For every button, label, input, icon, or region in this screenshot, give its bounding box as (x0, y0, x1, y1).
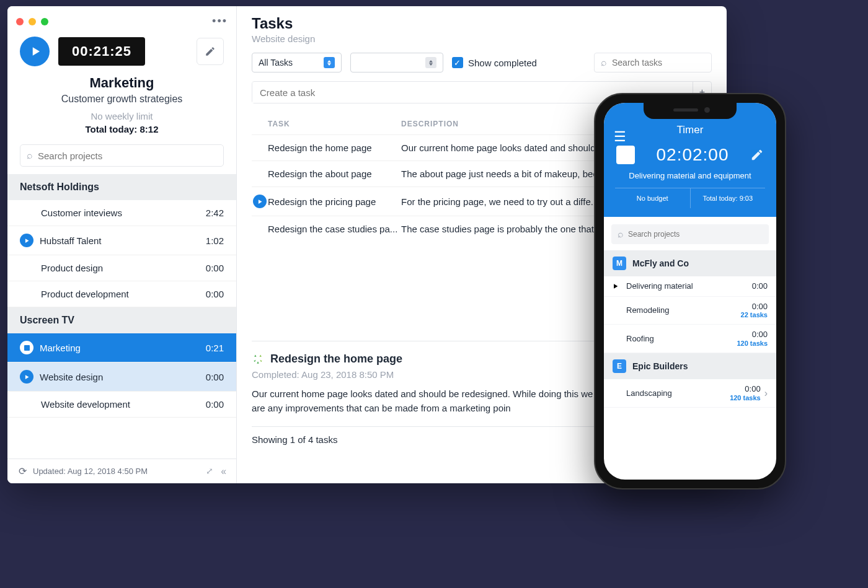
phone-title: Timer (615, 124, 765, 136)
project-time: 2:42 (206, 208, 224, 218)
show-completed-checkbox[interactable]: ✓ Show completed (452, 57, 537, 68)
search-tasks-input[interactable] (612, 58, 705, 68)
recycle-icon (252, 353, 264, 366)
dropdown-icon (324, 57, 335, 68)
project-time: 1:02 (206, 235, 224, 246)
filter-value: All Tasks (259, 58, 293, 68)
project-name: Website design (40, 372, 103, 382)
minimize-dot[interactable] (29, 18, 36, 25)
show-completed-label: Show completed (468, 58, 537, 68)
phone-search-input[interactable] (628, 230, 763, 239)
stop-icon[interactable] (20, 341, 33, 354)
tasks-subtitle: Website design (252, 33, 712, 44)
project-name: Website development (41, 399, 130, 410)
project-name: Marketing (40, 343, 81, 353)
window-controls: ••• (7, 6, 236, 32)
more-icon[interactable]: ••• (212, 15, 228, 28)
phone-project-row[interactable]: Landscaping 0:00120 tasks › (604, 379, 776, 408)
pencil-icon[interactable] (750, 148, 764, 162)
total-today: Total today: 8:12 (7, 124, 236, 134)
play-icon[interactable] (20, 370, 33, 384)
chevron-left-icon[interactable] (221, 466, 225, 477)
phone-project-row[interactable]: Delivering material 0:00 (604, 276, 776, 297)
project-time: 0:00 (206, 372, 224, 382)
project-name: Product development (41, 289, 129, 299)
search-icon (618, 229, 624, 240)
phone-project-name: Delivering material (626, 281, 752, 291)
phone-screen: ☰ Timer 02:02:00 Delivering material and… (604, 103, 776, 480)
phone-project-time: 0:00 (741, 302, 768, 312)
phone-notch (644, 103, 737, 119)
pencil-icon (205, 46, 216, 57)
tasks-title: Tasks (252, 15, 712, 32)
detail-title: Redesign the home page (270, 353, 402, 366)
updated-text: Updated: Aug 12, 2018 4:50 PM (33, 467, 148, 476)
edit-timer-button[interactable] (197, 38, 224, 65)
phone-task-count: 22 tasks (741, 311, 768, 319)
project-time: 0:00 (206, 263, 224, 273)
play-icon[interactable] (253, 195, 267, 208)
phone-stat-today: Total today: 9:03 (691, 188, 766, 208)
hamburger-icon[interactable]: ☰ (614, 129, 626, 145)
refresh-icon[interactable] (19, 465, 27, 477)
task-name: Redesign the home page (268, 143, 401, 153)
collapse-icon[interactable] (206, 466, 213, 477)
project-row[interactable]: Website design 0:00 (7, 362, 236, 392)
project-name: Product design (41, 263, 103, 273)
filter-row: All Tasks ✓ Show completed (252, 53, 712, 72)
weekly-limit: No weekly limit (7, 111, 236, 121)
phone-project-name: Roofing (626, 334, 737, 343)
checkbox-icon: ✓ (452, 57, 463, 68)
play-button[interactable] (20, 37, 50, 66)
phone-current-task: Delivering material and equipment (615, 171, 765, 180)
project-row[interactable]: Customer inteviews 2:42 (7, 200, 236, 226)
search-icon (601, 57, 607, 68)
project-row[interactable]: Product development 0:00 (7, 281, 236, 307)
project-time: 0:00 (206, 289, 224, 299)
phone-stat-budget: No budget (615, 188, 691, 208)
filter-tasks-select[interactable]: All Tasks (252, 53, 342, 72)
phone-stop-button[interactable] (616, 146, 635, 164)
project-title: Marketing (7, 75, 236, 91)
phone-project-time: 0:00 (730, 384, 761, 394)
phone-project-row[interactable]: Remodeling 0:0022 tasks (604, 297, 776, 325)
search-projects-input[interactable] (38, 151, 217, 161)
col-task-header: TASK (268, 120, 401, 128)
phone-search-projects[interactable] (611, 224, 769, 244)
project-row[interactable]: Product design 0:00 (7, 255, 236, 281)
phone-task-count: 120 tasks (730, 394, 761, 402)
project-name: Customer inteviews (41, 208, 122, 218)
search-tasks[interactable] (594, 53, 712, 72)
sidebar-footer: Updated: Aug 12, 2018 4:50 PM (7, 459, 236, 483)
phone-device: ☰ Timer 02:02:00 Delivering material and… (594, 93, 786, 489)
phone-project-time: 0:00 (752, 281, 768, 291)
project-name: Hubstaff Talent (40, 235, 102, 246)
chevron-right-icon: › (764, 388, 768, 399)
filter-secondary-select[interactable] (350, 53, 443, 72)
phone-stats: No budget Total today: 9:03 (615, 188, 765, 208)
phone-header: ☰ Timer 02:02:00 Delivering material and… (604, 103, 776, 217)
project-row[interactable]: Marketing 0:21 (7, 333, 236, 362)
project-row[interactable]: Hubstaff Talent 1:02 (7, 226, 236, 255)
org-name: McFly and Co (632, 258, 689, 268)
zoom-dot[interactable] (41, 18, 48, 25)
phone-project-row[interactable]: Roofing 0:00120 tasks (604, 325, 776, 353)
project-row[interactable]: Website development 0:00 (7, 392, 236, 418)
col-desc-header: DESCRIPTION (401, 120, 459, 128)
close-dot[interactable] (16, 18, 24, 25)
phone-task-count: 120 tasks (737, 340, 768, 348)
phone-project-time: 0:00 (737, 330, 768, 340)
org-avatar: M (613, 257, 626, 270)
play-icon[interactable] (20, 234, 33, 247)
search-icon (27, 150, 33, 161)
task-name: Redesign the case studies pa... (268, 224, 401, 234)
org-avatar: E (613, 359, 626, 373)
task-name: Redesign the pricing page (268, 196, 401, 207)
project-time: 0:21 (206, 343, 224, 353)
phone-project-name: Remodeling (626, 305, 741, 315)
phone-timer: 02:02:00 (657, 145, 729, 165)
project-subtitle: Customer growth strategies (7, 94, 236, 105)
phone-org-header: E Epic Builders (604, 353, 776, 379)
project-time: 0:00 (206, 399, 224, 410)
search-projects[interactable] (20, 144, 224, 167)
